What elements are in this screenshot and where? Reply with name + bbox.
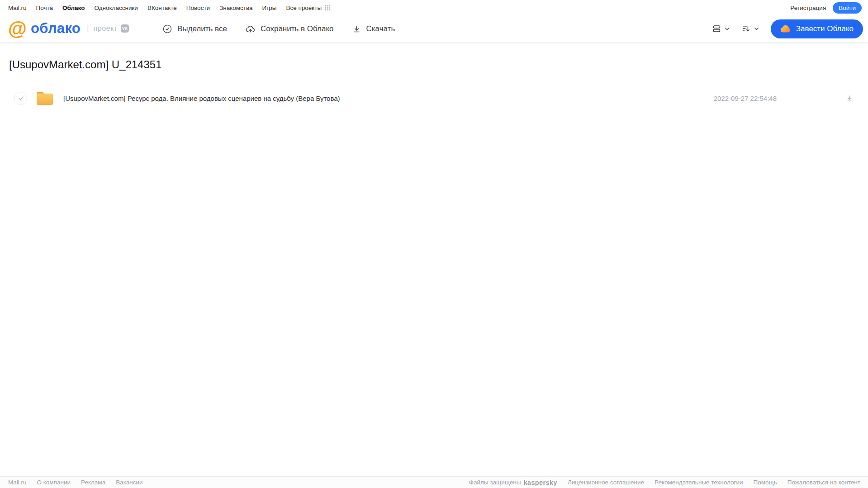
file-date: 2022-09-27 22:54:48 <box>714 95 777 102</box>
cloud-upload-icon <box>245 24 256 34</box>
kaspersky-protection: Файлы защищены kaspersky <box>469 479 557 486</box>
nav-all-projects-label: Все проекты <box>286 5 322 11</box>
file-name-link[interactable]: [UsupovMarket.com] Ресурс рода. Влияние … <box>63 95 340 102</box>
footer-ads-link[interactable]: Реклама <box>81 479 105 486</box>
chevron-down-icon <box>753 25 760 32</box>
footer-jobs-link[interactable]: Вакансии <box>116 479 143 486</box>
registration-link[interactable]: Регистрация <box>790 5 826 11</box>
cloud-icon <box>780 25 791 33</box>
cloud-logo-label: облако <box>31 20 81 37</box>
nav-odnoklassniki[interactable]: Одноклассники <box>94 5 138 11</box>
create-cloud-label: Завести Облако <box>796 24 854 33</box>
portal-nav: Mail.ru Почта Облако Одноклассники ВКонт… <box>0 0 868 15</box>
download-label: Скачать <box>366 24 395 33</box>
nav-games[interactable]: Игры <box>262 5 277 11</box>
view-mode-dropdown[interactable] <box>712 24 730 33</box>
kaspersky-logo[interactable]: kaspersky <box>523 479 557 486</box>
row-checkbox[interactable] <box>14 92 27 105</box>
apps-grid-icon <box>325 5 331 11</box>
footer-about-link[interactable]: О компании <box>37 479 71 486</box>
list-view-icon <box>712 24 721 33</box>
nav-news[interactable]: Новости <box>186 5 210 11</box>
save-to-cloud-button[interactable]: Сохранить в Облако <box>245 24 334 34</box>
select-all-button[interactable]: Выделить все <box>162 24 227 34</box>
file-row[interactable]: [UsupovMarket.com] Ресурс рода. Влияние … <box>0 88 868 108</box>
download-button[interactable]: Скачать <box>352 24 395 34</box>
footer-report-link[interactable]: Пожаловаться на контент <box>787 479 860 486</box>
sort-icon <box>741 24 751 33</box>
footer-license-link[interactable]: Лицензионное соглашение <box>568 479 644 486</box>
logo-divider: | <box>87 24 89 33</box>
vk-badge-icon: VK <box>121 24 129 33</box>
shared-folder-page: [UsupovMarket.com] U_214351 [UsupovMarke… <box>0 58 868 108</box>
nav-vkontakte[interactable]: ВКонтакте <box>147 5 177 11</box>
page-title: [UsupovMarket.com] U_214351 <box>9 58 868 71</box>
mailru-at-icon: @ <box>8 20 27 38</box>
footer-recommendations-link[interactable]: Рекомендательные технологии <box>655 479 743 486</box>
create-cloud-button[interactable]: Завести Облако <box>771 19 863 38</box>
check-icon <box>18 95 24 101</box>
header-right-controls: Завести Облако <box>712 19 868 38</box>
footer-help-link[interactable]: Помощь <box>754 479 777 486</box>
chevron-down-icon <box>724 25 730 32</box>
nav-mail[interactable]: Почта <box>36 5 53 11</box>
row-download-icon[interactable] <box>845 94 854 103</box>
nav-mailru[interactable]: Mail.ru <box>8 5 27 11</box>
save-to-cloud-label: Сохранить в Облако <box>261 24 334 33</box>
cloud-logo[interactable]: @ облако | проект VK <box>8 20 129 38</box>
app-header: @ облако | проект VK Выделить все Сохран… <box>0 15 868 43</box>
nav-all-projects[interactable]: Все проекты <box>286 5 331 11</box>
folder-icon <box>36 91 54 106</box>
vk-project-label: проект <box>93 24 117 33</box>
select-all-label: Выделить все <box>177 24 227 33</box>
page-footer: Mail.ru О компании Реклама Вакансии Файл… <box>0 476 868 488</box>
download-icon <box>352 24 361 34</box>
login-button[interactable]: Войти <box>833 2 862 14</box>
nav-cloud[interactable]: Облако <box>62 5 85 11</box>
file-toolbar: Выделить все Сохранить в Облако Скачать <box>162 24 395 34</box>
footer-mailru-link[interactable]: Mail.ru <box>8 479 27 486</box>
check-circle-icon <box>162 24 172 34</box>
sort-dropdown[interactable] <box>741 24 760 33</box>
files-protected-label: Файлы защищены <box>469 479 521 486</box>
nav-dating[interactable]: Знакомства <box>219 5 252 11</box>
